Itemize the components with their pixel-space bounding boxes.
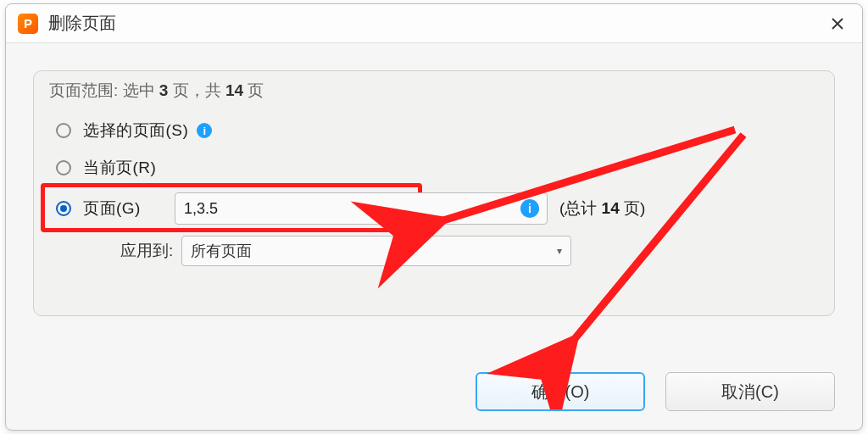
option-label: 选择的页面(S) [83,120,188,142]
info-icon[interactable]: i [197,123,212,138]
group-legend: 页面范围: 选中 3 页，共 14 页 [49,80,264,102]
radio-icon[interactable] [56,123,71,138]
titlebar: P 删除页面 [6,4,862,43]
dialog-window: P 删除页面 页面范围: 选中 3 页，共 14 页 选择的页面(S) i 当前… [5,3,863,431]
option-selected-pages[interactable]: 选择的页面(S) i [56,114,812,147]
dialog-footer: 确定(O) 取消(C) [476,372,835,411]
apply-to-select[interactable]: 所有页面 ▾ [181,236,571,266]
close-icon [831,17,844,31]
option-current-page[interactable]: 当前页(R) [56,156,812,180]
apply-to-label: 应用到: [120,240,173,262]
option-page-range[interactable]: 页面(G) i (总计 14 页) [56,192,812,225]
option-label: 当前页(R) [83,157,156,179]
close-button[interactable] [825,11,850,36]
dialog-title: 删除页面 [48,12,116,35]
app-logo-icon: P [18,14,38,34]
page-range-input[interactable] [175,192,548,225]
option-label: 页面(G) [83,198,151,220]
apply-to-row: 应用到: 所有页面 ▾ [56,234,812,268]
ok-button[interactable]: 确定(O) [476,372,645,411]
select-value: 所有页面 [191,241,252,261]
chevron-down-icon: ▾ [557,245,562,257]
total-pages-label: (总计 14 页) [559,198,645,220]
radio-icon[interactable] [56,201,71,216]
page-range-group: 页面范围: 选中 3 页，共 14 页 选择的页面(S) i 当前页(R) 页面… [33,70,835,316]
radio-icon[interactable] [56,160,71,175]
dialog-body: 页面范围: 选中 3 页，共 14 页 选择的页面(S) i 当前页(R) 页面… [6,45,862,430]
cancel-button[interactable]: 取消(C) [665,372,835,411]
info-icon[interactable]: i [520,199,539,218]
